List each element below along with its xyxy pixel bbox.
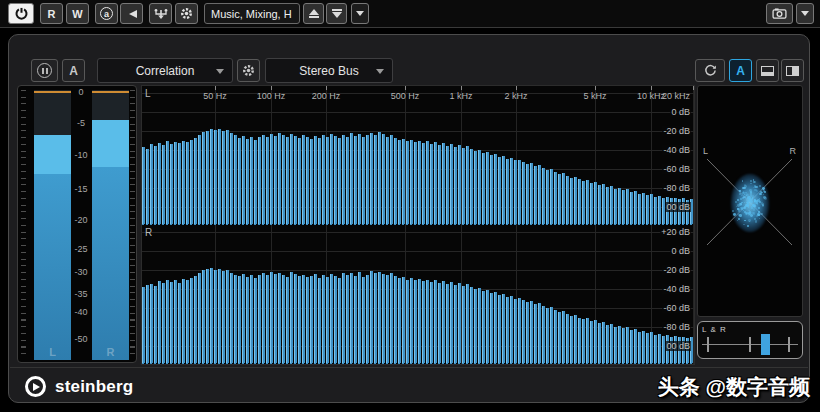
module-settings-button[interactable]	[237, 59, 260, 82]
spectrum-bar	[286, 277, 289, 363]
spectrum-bar	[174, 142, 177, 224]
triangle-up-bar-icon	[309, 9, 319, 18]
freq-label: 20 kHz	[662, 91, 690, 101]
write-automation-button[interactable]: W	[66, 3, 89, 24]
spectrum-bar	[142, 287, 145, 363]
phase-dot	[747, 205, 749, 207]
meter-peak-hold	[92, 91, 129, 93]
freq-label: 500 Hz	[391, 91, 420, 101]
spectrum-bar	[366, 275, 369, 363]
phase-dot	[759, 201, 761, 203]
module-select[interactable]: Correlation	[97, 58, 233, 83]
channel-select[interactable]: Stereo Bus	[265, 58, 393, 83]
spectrum-bar	[386, 275, 389, 363]
preset-name-field[interactable]: Music, Mixing, H	[204, 3, 300, 24]
spectrum-bar	[638, 194, 641, 224]
arrow-left-button[interactable]	[120, 3, 143, 24]
spectrum-bar	[634, 329, 637, 363]
spectrum-bar	[526, 164, 529, 224]
chevron-down-icon	[801, 11, 809, 16]
layout-horizontal-button[interactable]	[756, 59, 779, 82]
spectrum-bar	[346, 137, 349, 224]
spectrum-bar	[414, 280, 417, 363]
spectrum-bar	[538, 165, 541, 224]
spectrum-bar	[562, 311, 565, 363]
db-label: -60 dB	[662, 164, 691, 174]
functions-gear-button[interactable]	[175, 3, 198, 24]
db-gridline	[142, 251, 694, 252]
spectrum-bar	[482, 291, 485, 363]
phase-dot	[743, 224, 745, 226]
meter-track-l	[34, 90, 71, 360]
spectrum-bar	[494, 154, 497, 224]
next-preset-button[interactable]	[326, 3, 347, 24]
spectrum-bar	[526, 302, 529, 363]
phase-dot	[760, 213, 763, 216]
phase-dot	[753, 208, 756, 211]
arrow-left-icon	[126, 9, 138, 19]
gear-icon	[242, 64, 255, 77]
spectrum-bar	[158, 281, 161, 363]
snapshot-button[interactable]	[766, 3, 793, 24]
meter-track-r	[92, 90, 129, 360]
spectrum-bar	[634, 191, 637, 224]
spectrum-bar	[570, 178, 573, 224]
spectrum-bar	[330, 134, 333, 224]
chevron-down-icon	[356, 11, 364, 16]
spectrum-bar	[302, 135, 305, 224]
spectrum-bar	[346, 275, 349, 363]
freq-gridline	[693, 86, 694, 225]
spectrum-bar	[450, 144, 453, 224]
sidechain-icon	[154, 8, 168, 20]
layout-vertical-icon	[786, 66, 799, 76]
ab-button[interactable]: A	[62, 59, 85, 82]
window-menu-button[interactable]	[796, 3, 814, 24]
spectrum-bar	[530, 301, 533, 363]
sidechain-button[interactable]	[149, 3, 172, 24]
watermark-text: 头条 @数字音频	[658, 373, 810, 401]
spectrum-bar	[554, 172, 557, 224]
spectrum-bar	[626, 189, 629, 224]
layout-vertical-button[interactable]	[781, 59, 804, 82]
spectrum-bar	[266, 137, 269, 224]
db-label: 0 dB	[670, 246, 691, 256]
spectrum-bar	[470, 287, 473, 363]
read-automation-button[interactable]: R	[40, 3, 63, 24]
phase-dot	[732, 210, 734, 212]
chevron-down-icon	[216, 69, 224, 74]
spectrum-bar	[462, 148, 465, 224]
automation-a-button[interactable]: a	[95, 3, 118, 24]
vectorscope-left-label: L	[703, 146, 708, 156]
spectrum-bar	[278, 133, 281, 224]
reset-button[interactable]	[695, 59, 725, 82]
spectrum-bar	[458, 145, 461, 224]
spectrum-bar	[150, 284, 153, 363]
spectrum-bar	[458, 283, 461, 363]
spectrum-bar	[198, 273, 201, 363]
freq-label: 200 Hz	[312, 91, 341, 101]
phase-dot	[744, 187, 746, 189]
preset-name: Music, Mixing, H	[211, 8, 292, 20]
spectrum-bar	[598, 323, 601, 363]
spectrum-bar	[154, 146, 157, 224]
spectrum-bar	[486, 152, 489, 224]
balance-label: L & R	[702, 325, 727, 334]
spectrum-bar	[538, 303, 541, 363]
spectrum-panel: 0 dB-20 dB-40 dB-60 dB-80 dB00 dBL50 Hz1…	[141, 85, 695, 365]
spectrum-bar	[398, 140, 401, 224]
freq-label: 1 kHz	[449, 91, 472, 101]
ab-compare-button[interactable]: A	[729, 59, 752, 82]
pause-button[interactable]	[31, 59, 58, 82]
phase-dot	[757, 204, 758, 205]
spectrum-bar	[142, 147, 145, 224]
camera-icon	[772, 8, 787, 19]
power-button[interactable]	[8, 3, 34, 24]
spectrum-bar	[394, 276, 397, 363]
preset-menu-button[interactable]	[351, 3, 369, 24]
previous-preset-button[interactable]	[303, 3, 324, 24]
phase-dot	[741, 195, 742, 196]
spectrum-bar	[442, 281, 445, 363]
spectrum-bar	[350, 273, 353, 363]
spectrum-bar	[182, 141, 185, 225]
spectrum-bar	[306, 277, 309, 363]
